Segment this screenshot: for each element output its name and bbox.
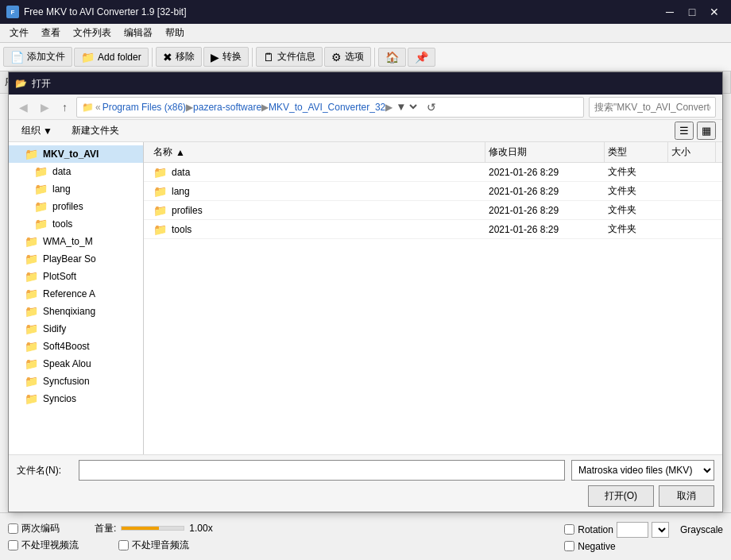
left-item-sidify[interactable]: 📁 Sidify xyxy=(9,320,143,338)
dialog-content: 📁 MKV_to_AVI 📁 data 📁 lang 📁 profiles 📁 … xyxy=(9,142,722,454)
address-dropdown[interactable]: ▼ xyxy=(393,100,420,114)
options-button[interactable]: ⚙ 选项 xyxy=(324,47,371,67)
left-item-reference[interactable]: 📁 Reference A xyxy=(9,285,143,303)
no-video-checkbox[interactable] xyxy=(8,540,18,550)
rotation-value-input[interactable]: 15 xyxy=(617,522,648,538)
add-folder-button[interactable]: 📁 Add folder xyxy=(74,48,149,67)
no-audio-row: 不处理音频流 xyxy=(118,539,189,552)
menu-filelist[interactable]: 文件列表 xyxy=(67,25,118,41)
folder-icon: 📁 xyxy=(25,235,38,248)
bottom-center: 首量: 1.00x 不处理音频流 xyxy=(95,522,213,552)
col-name[interactable]: 名称 ▲ xyxy=(150,142,485,162)
filename-label: 文件名(N): xyxy=(17,464,72,477)
left-item-mkv[interactable]: 📁 MKV_to_AVI xyxy=(9,145,143,163)
file-cell-type: 文件夹 xyxy=(605,184,668,198)
rotation-checkbox[interactable] xyxy=(564,524,574,535)
view-list-button[interactable]: ☰ xyxy=(675,122,694,140)
folder-icon: 📁 xyxy=(34,183,48,195)
left-item-label: MKV_to_AVI xyxy=(43,149,99,160)
file-row[interactable]: 📁 data 2021-01-26 8:29 文件夹 xyxy=(144,163,722,182)
minimize-button[interactable]: ─ xyxy=(659,4,680,20)
path-part-3[interactable]: MKV_to_AVI_Converter_32 xyxy=(269,102,385,113)
title-bar: F Free MKV to AVI Converter 1.9 [32-bit]… xyxy=(0,0,731,24)
right-panel: 名称 ▲ 修改日期 类型 大小 📁 data 2021-01-26 8:29 文… xyxy=(144,142,722,454)
folder-icon: 📁 xyxy=(25,270,38,283)
negative-checkbox[interactable] xyxy=(564,541,574,551)
left-item-plotsoft[interactable]: 📁 PlotSoft xyxy=(9,268,143,285)
no-audio-label: 不处理音频流 xyxy=(132,539,189,552)
left-item-syncfusion[interactable]: 📁 Syncfusion xyxy=(9,373,143,390)
address-bar[interactable]: 📁 « Program Files (x86) ▶ pazera-softwar… xyxy=(76,97,584,118)
menu-file[interactable]: 文件 xyxy=(3,25,35,41)
left-item-lang[interactable]: 📁 lang xyxy=(9,180,143,198)
maximize-button[interactable]: □ xyxy=(682,4,702,20)
refresh-button[interactable]: ↺ xyxy=(423,98,440,116)
left-item-data[interactable]: 📁 data xyxy=(9,163,143,180)
remove-button[interactable]: ✖ 移除 xyxy=(156,47,202,67)
left-item-label: lang xyxy=(52,183,71,195)
menu-editor[interactable]: 编辑器 xyxy=(118,25,159,41)
nav-back-button[interactable]: ◀ xyxy=(15,98,32,116)
dialog-title-bar: 📂 打开 xyxy=(9,72,722,95)
folder-icon: 📁 xyxy=(25,392,38,405)
folder-icon: 📁 xyxy=(34,218,48,230)
left-item-syncios[interactable]: 📁 Syncios xyxy=(9,390,143,407)
negative-row: Negative xyxy=(564,541,723,552)
add-file-button[interactable]: 📄 添加文件 xyxy=(3,47,72,67)
close-button[interactable]: ✕ xyxy=(704,4,725,20)
home-icon: 🏠 xyxy=(385,51,399,64)
nav-forward-button[interactable]: ▶ xyxy=(37,98,53,116)
left-item-tools[interactable]: 📁 tools xyxy=(9,215,143,233)
folder-icon: 📁 xyxy=(25,357,38,370)
cancel-button[interactable]: 取消 xyxy=(659,485,714,507)
menu-view[interactable]: 查看 xyxy=(35,25,67,41)
col-date[interactable]: 修改日期 xyxy=(485,142,605,162)
convert-button[interactable]: ▶ 转换 xyxy=(203,47,249,67)
left-item-playbear[interactable]: 📁 PlayBear So xyxy=(9,250,143,268)
path-separator-icon: 📁 xyxy=(82,102,94,113)
volume-fill xyxy=(122,527,159,530)
folder-icon: 📁 xyxy=(34,200,48,213)
options-icon: ⚙ xyxy=(331,51,342,64)
left-item-profiles[interactable]: 📁 profiles xyxy=(9,198,143,215)
file-row[interactable]: 📁 profiles 2021-01-26 8:29 文件夹 xyxy=(144,201,722,220)
folder-icon: 📁 xyxy=(153,185,167,198)
home-button[interactable]: 🏠 xyxy=(378,48,406,67)
rotation-dropdown[interactable]: ▼ xyxy=(652,522,669,538)
file-info-button[interactable]: 🗒 文件信息 xyxy=(256,47,323,67)
path-part-2[interactable]: pazera-software xyxy=(193,102,261,113)
menu-help[interactable]: 帮助 xyxy=(159,25,191,41)
left-item-soft4boost[interactable]: 📁 Soft4Boost xyxy=(9,338,143,355)
menu-bar: 文件 查看 文件列表 编辑器 帮助 xyxy=(0,24,731,43)
volume-slider[interactable] xyxy=(121,526,184,531)
path-part-1[interactable]: Program Files (x86) xyxy=(102,102,186,113)
add-folder-label: Add folder xyxy=(98,52,141,63)
no-audio-checkbox[interactable] xyxy=(118,540,129,550)
options-label: 选项 xyxy=(345,50,364,64)
left-item-label: Syncios xyxy=(43,393,76,404)
open-button[interactable]: 打开(O) xyxy=(588,485,654,507)
new-folder-button[interactable]: 新建文件夹 xyxy=(65,122,126,139)
two-pass-checkbox[interactable] xyxy=(8,523,18,534)
left-item-shenqixiang[interactable]: 📁 Shenqixiang xyxy=(9,303,143,320)
filename-input[interactable] xyxy=(79,460,565,481)
file-list-header: 名称 ▲ 修改日期 类型 大小 xyxy=(144,142,722,163)
col-filesize[interactable]: 大小 xyxy=(668,142,716,162)
organize-button[interactable]: 组织 ▼ xyxy=(15,122,59,139)
folder-icon: 📁 xyxy=(25,375,38,388)
file-cell-type: 文件夹 xyxy=(605,165,668,179)
col-type[interactable]: 类型 xyxy=(605,142,668,162)
dialog-title-icon: 📂 xyxy=(15,78,27,89)
left-item-speak[interactable]: 📁 Speak Alou xyxy=(9,355,143,373)
separator-1 xyxy=(152,48,153,67)
filetype-select[interactable]: Matroska video files (MKV) xyxy=(571,460,714,481)
left-item-wma[interactable]: 📁 WMA_to_M xyxy=(9,233,143,250)
dialog-address-toolbar: ◀ ▶ ↑ 📁 « Program Files (x86) ▶ pazera-s… xyxy=(9,95,722,120)
search-input[interactable] xyxy=(589,97,716,118)
file-cell-type: 文件夹 xyxy=(605,203,668,217)
nav-up-button[interactable]: ↑ xyxy=(58,98,72,116)
pin-button[interactable]: 📌 xyxy=(408,48,435,67)
file-row[interactable]: 📁 tools 2021-01-26 8:29 文件夹 xyxy=(144,220,722,239)
view-details-button[interactable]: ▦ xyxy=(697,122,716,140)
file-row[interactable]: 📁 lang 2021-01-26 8:29 文件夹 xyxy=(144,182,722,201)
